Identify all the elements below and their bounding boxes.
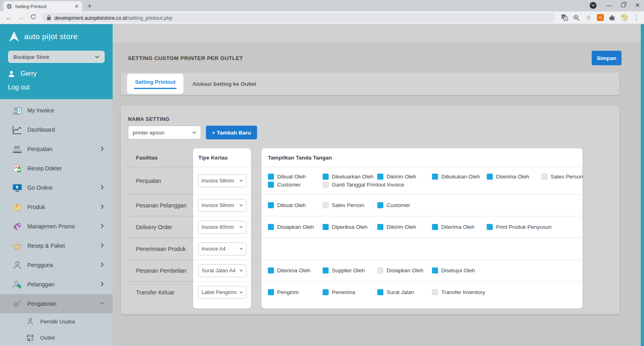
checkbox-checked[interactable] (323, 267, 329, 273)
pengguna-icon (11, 260, 23, 270)
tipe-kertas-select-penjualan[interactable]: Invoice 58mm (198, 174, 247, 187)
checkbox-checked[interactable] (268, 202, 274, 208)
sidebar-item-label: Dashboard (27, 126, 104, 133)
url-path: /setting_printout.php (127, 15, 172, 21)
tab-close-icon[interactable]: ✕ (74, 3, 79, 9)
window-restore-button[interactable] (621, 3, 625, 7)
translate-icon[interactable]: Aa (561, 14, 568, 21)
page-scrollbar[interactable] (641, 24, 644, 346)
zoom-icon[interactable] (573, 14, 580, 21)
checkbox-checked[interactable] (432, 224, 438, 230)
signature-option-supplier-oleh: Supplier Oleh (323, 267, 377, 273)
sidebar-item-label: Pengguna (27, 262, 101, 268)
window-minimize-button[interactable]: — (606, 2, 611, 8)
forward-icon[interactable]: → (16, 14, 26, 21)
url-bar[interactable]: development.autopilotstore.co.id/setting… (42, 13, 555, 22)
checkbox-unchecked[interactable] (541, 174, 547, 180)
checkbox-checked[interactable] (268, 267, 274, 273)
refresh-icon[interactable] (28, 14, 38, 21)
checkbox-checked[interactable] (377, 224, 383, 230)
sidebar-item-resep-paket[interactable]: Resep & Paket (0, 236, 113, 255)
profile-avatar-icon[interactable] (621, 14, 628, 21)
chevron-down-icon (239, 204, 243, 207)
signature-label: Diterima Oleh (441, 224, 475, 230)
signature-row-transfer-keluar: PengirimPenerimaSurat JalanTransfer Inve… (261, 281, 582, 303)
checkbox-checked[interactable] (432, 174, 438, 180)
sidebar-item-label: Go Online (27, 184, 101, 191)
tipe-kertas-select-transfer-keluar[interactable]: Label Pengiriman (198, 286, 247, 299)
signature-option-diterima-oleh: Diterima Oleh (268, 267, 323, 273)
tab-setting-printout[interactable]: Setting Printout (127, 74, 183, 94)
nama-setting-select[interactable]: printer epson (128, 126, 201, 139)
sidebar-subitem-outlet[interactable]: Outlet (0, 329, 113, 346)
checkbox-unchecked[interactable] (323, 202, 329, 208)
checkbox-unchecked[interactable] (432, 289, 438, 295)
store-selector[interactable]: Boutique Store (8, 51, 105, 63)
checkbox-checked[interactable] (323, 224, 329, 230)
sidebar-item-pelanggan[interactable]: Pelanggan (0, 275, 113, 294)
sidebar-item-my-invoice[interactable]: My Invoice (0, 101, 113, 120)
sidebar: auto pi|ot store Boutique Store Gerry Lo… (0, 24, 113, 346)
tab-alokasi-setting[interactable]: Alokasi Setting ke Outlet (187, 81, 262, 87)
content-panel: NAMA SETTING printer epson + Tambah Baru… (121, 106, 619, 314)
checkbox-unchecked[interactable] (377, 267, 383, 273)
signature-option-dikeluarkan-oleh: Dikeluarkan Oleh (323, 174, 377, 180)
tambah-baru-button[interactable]: + Tambah Baru (206, 126, 257, 139)
dashboard-icon (11, 124, 23, 135)
signature-option-diperiksa-oleh: Diperiksa Oleh (323, 224, 377, 230)
logout-link[interactable]: Log out (8, 84, 105, 91)
table-row-tipe: Label Pengiriman (193, 281, 251, 303)
browser-tab[interactable]: Setting Printout ✕ (3, 1, 82, 11)
sidebar-item-penjualan[interactable]: Penjualan (0, 139, 113, 159)
signature-label: Dibukukan Oleh (441, 174, 480, 180)
menu-dots-icon[interactable]: ⋮ (633, 14, 640, 21)
sidebar-item-label: Manajemen Promo (27, 223, 101, 230)
checkbox-checked[interactable] (268, 289, 274, 295)
tipe-kertas-select-delivery-order[interactable]: Invoice 80mm (198, 221, 247, 234)
tipe-kertas-select-penerimaan-produk[interactable]: Invoice A4 (198, 242, 247, 255)
checkbox-checked[interactable] (432, 267, 438, 273)
brand: auto pi|ot store (8, 31, 105, 43)
user-row: Gerry (8, 70, 105, 77)
tipe-kertas-value: Label Pengiriman (202, 289, 237, 295)
extensions-puzzle-icon[interactable] (609, 14, 616, 21)
sidebar-item-pengaturan[interactable]: Pengaturan (0, 294, 113, 313)
sidebar-item-manajemen-promo[interactable]: Manajemen Promo (0, 217, 113, 236)
sidebar-item-resep-dokter[interactable]: Resep Dokter (0, 159, 113, 178)
back-icon[interactable]: ← (4, 14, 14, 21)
sidebar-item-dashboard[interactable]: Dashboard (0, 120, 113, 139)
checkbox-checked[interactable] (323, 289, 329, 295)
signature-option-dikirim-oleh: Dikirim Oleh (377, 224, 432, 230)
table-row-tipe: Invoice 58mm (193, 194, 251, 216)
checkbox-checked[interactable] (323, 174, 329, 180)
sidebar-subitem-pemilik-usaha[interactable]: Pemilik Usaha (0, 313, 113, 329)
save-button[interactable]: Simpan (592, 51, 621, 65)
tipe-kertas-select-pesanan-pelanggan[interactable]: Invoice 58mm (198, 199, 247, 212)
checkbox-checked[interactable] (268, 174, 274, 180)
sidebar-item-label: Resep & Paket (27, 242, 101, 249)
penjualan-icon (11, 144, 23, 154)
chrome-update-icon[interactable] (590, 2, 597, 9)
checkbox-checked[interactable] (268, 182, 274, 188)
window-close-button[interactable]: ✕ (635, 2, 640, 9)
checkbox-checked[interactable] (268, 224, 274, 230)
signature-row-penerimaan-produk (261, 238, 582, 259)
bookmark-star-icon[interactable]: ☆ (585, 14, 592, 21)
signature-label: Penerima (332, 289, 355, 295)
sidebar-item-pengguna[interactable]: Pengguna (0, 255, 113, 275)
sidebar-item-produk[interactable]: Produk (0, 197, 113, 217)
sidebar-item-go-online[interactable]: Go Online (0, 178, 113, 197)
store-selector-value: Boutique Store (13, 54, 49, 60)
checkbox-checked[interactable] (377, 174, 383, 180)
signature-row-pesanan-pembelian: Diterima OlehSupplier OlehDisiapkan Oleh… (261, 259, 582, 281)
checkbox-unchecked[interactable] (323, 182, 329, 188)
checkbox-checked[interactable] (487, 224, 493, 230)
sidebar-item-label: My Invoice (27, 107, 104, 114)
checkbox-checked[interactable] (377, 202, 383, 208)
tipe-kertas-select-pesanan-pembelian[interactable]: Surat Jalan A4 (198, 264, 247, 277)
extension-bag-icon[interactable] (597, 14, 604, 21)
checkbox-checked[interactable] (377, 289, 383, 295)
new-tab-button[interactable]: + (88, 2, 91, 10)
checkbox-checked[interactable] (487, 174, 493, 180)
go-online-icon (11, 182, 23, 193)
